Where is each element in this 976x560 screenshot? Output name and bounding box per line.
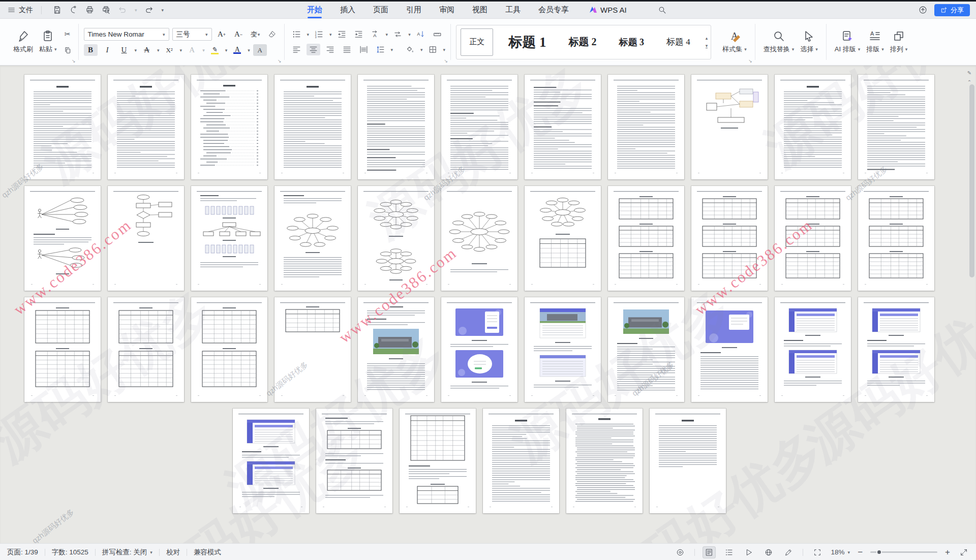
zoom-slider-knob[interactable] bbox=[876, 549, 882, 555]
sort-button[interactable]: A bbox=[414, 28, 428, 40]
text-direction-dropdown-icon[interactable]: ▾ bbox=[386, 32, 388, 37]
page-thumbnail[interactable] bbox=[191, 186, 267, 291]
page-thumbnail[interactable] bbox=[775, 186, 851, 291]
paragraph-expand-icon[interactable]: ↘ bbox=[444, 58, 448, 64]
tab-wps-ai[interactable]: WPS AI bbox=[590, 6, 627, 14]
style-set-expand-icon[interactable]: ↘ bbox=[748, 58, 752, 64]
page-thumbnail[interactable] bbox=[608, 75, 684, 179]
page-thumbnail[interactable] bbox=[358, 186, 434, 291]
page-thumbnail[interactable] bbox=[858, 186, 934, 291]
copy-icon[interactable] bbox=[62, 45, 73, 56]
word-count[interactable]: 字数: 10525 bbox=[52, 548, 88, 557]
page-thumbnail[interactable] bbox=[691, 297, 768, 402]
page-thumbnail[interactable] bbox=[441, 186, 517, 291]
zoom-in-button[interactable]: + bbox=[945, 548, 950, 556]
numbered-list-button[interactable]: 123 bbox=[312, 28, 326, 40]
document-canvas[interactable]: www.code386.comwww.code386.comwww.code38… bbox=[0, 66, 976, 543]
page-thumbnail[interactable] bbox=[358, 297, 434, 402]
save-button[interactable] bbox=[53, 6, 62, 14]
outline-view-icon[interactable] bbox=[723, 547, 735, 558]
align-left-button[interactable] bbox=[290, 44, 303, 55]
fit-page-icon[interactable] bbox=[811, 547, 824, 558]
italic-button[interactable]: I bbox=[101, 44, 114, 56]
layout-button[interactable]: A 排版▾ bbox=[863, 28, 887, 56]
file-menu[interactable]: 文件 bbox=[7, 6, 33, 15]
page-thumbnail[interactable] bbox=[775, 297, 851, 402]
tab-page[interactable]: 页面 bbox=[373, 2, 388, 18]
underline-dropdown-icon[interactable]: ▾ bbox=[135, 48, 137, 53]
highlight-color-button[interactable]: ✎ bbox=[208, 44, 222, 56]
text-effect-dropdown-icon[interactable]: ▾ bbox=[202, 48, 205, 53]
tab-member[interactable]: 会员专享 bbox=[538, 2, 569, 18]
ink-pen-icon[interactable] bbox=[782, 547, 795, 558]
font-expand-icon[interactable]: ↘ bbox=[278, 58, 282, 64]
page-thumbnail[interactable] bbox=[400, 409, 476, 513]
superscript-dropdown-icon[interactable]: ▾ bbox=[180, 48, 182, 53]
border-button[interactable] bbox=[426, 44, 440, 55]
page-thumbnail[interactable] bbox=[566, 409, 643, 513]
tab-home[interactable]: 开始 bbox=[307, 2, 322, 18]
tab-ruler-button[interactable] bbox=[431, 28, 444, 40]
highlight-dropdown-icon[interactable]: ▾ bbox=[225, 48, 228, 53]
fullscreen-icon[interactable] bbox=[958, 547, 970, 558]
bold-button[interactable]: B bbox=[84, 44, 98, 56]
decrease-indent-button[interactable] bbox=[335, 28, 349, 40]
page-thumbnail[interactable] bbox=[233, 409, 309, 513]
play-view-icon[interactable] bbox=[743, 547, 755, 558]
style-heading3[interactable]: 标题 3 bbox=[607, 28, 655, 56]
print-preview-button[interactable] bbox=[102, 6, 110, 14]
undo-button[interactable] bbox=[118, 6, 127, 14]
justify-button[interactable] bbox=[340, 44, 354, 55]
style-set-button[interactable]: A 样式集▾ bbox=[719, 28, 750, 56]
line-spacing-dropdown-icon[interactable]: ▾ bbox=[391, 47, 393, 52]
increase-font-button[interactable]: A+ bbox=[215, 28, 229, 40]
zoom-out-button[interactable]: − bbox=[858, 548, 863, 556]
align-center-button[interactable] bbox=[307, 44, 320, 55]
page-indicator[interactable]: 页面: 1/39 bbox=[7, 548, 38, 557]
vertical-scrollbar[interactable] bbox=[969, 84, 974, 277]
font-name-combo[interactable]: Times New Romar▾ bbox=[84, 28, 169, 41]
page-thumbnail[interactable] bbox=[650, 409, 726, 513]
bullet-dropdown-icon[interactable]: ▾ bbox=[307, 32, 310, 37]
page-thumbnail[interactable] bbox=[858, 297, 934, 402]
page-thumbnail[interactable] bbox=[441, 297, 517, 402]
page-thumbnail[interactable] bbox=[525, 297, 601, 402]
spellcheck-status[interactable]: 拼写检查: 关闭▾ bbox=[102, 548, 152, 557]
cut-icon[interactable]: ✂ bbox=[62, 28, 73, 40]
font-color-button[interactable]: A bbox=[230, 44, 244, 56]
text-direction-button[interactable]: A bbox=[369, 28, 382, 40]
clipboard-expand-icon[interactable]: ↘ bbox=[72, 58, 76, 64]
share-button[interactable]: 分享 bbox=[934, 4, 970, 16]
ink-note-icon[interactable]: ✎ bbox=[965, 69, 974, 77]
page-thumbnail[interactable] bbox=[858, 75, 934, 179]
underline-button[interactable]: U bbox=[117, 44, 131, 56]
page-thumbnail[interactable] bbox=[24, 297, 101, 402]
asian-layout-button[interactable] bbox=[391, 28, 405, 40]
page-thumbnail[interactable] bbox=[274, 186, 351, 291]
page-thumbnail[interactable] bbox=[191, 297, 267, 402]
paste-button[interactable]: 粘贴▾ bbox=[36, 28, 60, 56]
strikethrough-dropdown-icon[interactable]: ▾ bbox=[157, 48, 160, 53]
arrange-button[interactable]: 排列▾ bbox=[887, 28, 911, 56]
decrease-font-button[interactable]: A− bbox=[232, 28, 246, 40]
font-size-combo[interactable]: 三号▾ bbox=[172, 28, 212, 41]
page-view-icon[interactable] bbox=[703, 547, 715, 558]
shading-dropdown-icon[interactable]: ▾ bbox=[420, 47, 423, 52]
page-thumbnail[interactable] bbox=[525, 75, 601, 179]
tab-insert[interactable]: 插入 bbox=[340, 2, 355, 18]
tab-view[interactable]: 视图 bbox=[472, 2, 487, 18]
page-thumbnail[interactable] bbox=[525, 186, 601, 291]
bullet-list-button[interactable] bbox=[290, 28, 303, 40]
align-right-button[interactable] bbox=[323, 44, 337, 55]
page-thumbnail[interactable] bbox=[274, 297, 351, 402]
border-dropdown-icon[interactable]: ▾ bbox=[443, 47, 446, 52]
gallery-down-icon[interactable]: ▾ bbox=[706, 44, 708, 48]
strikethrough-button[interactable]: A bbox=[140, 44, 154, 56]
distribute-button[interactable] bbox=[357, 44, 371, 55]
page-thumbnail[interactable] bbox=[483, 409, 559, 513]
web-view-icon[interactable] bbox=[762, 547, 775, 558]
page-thumbnail[interactable] bbox=[441, 75, 517, 179]
style-heading1[interactable]: 标题 1 bbox=[497, 28, 557, 56]
page-thumbnail[interactable] bbox=[24, 186, 101, 291]
page-thumbnail[interactable] bbox=[691, 186, 768, 291]
